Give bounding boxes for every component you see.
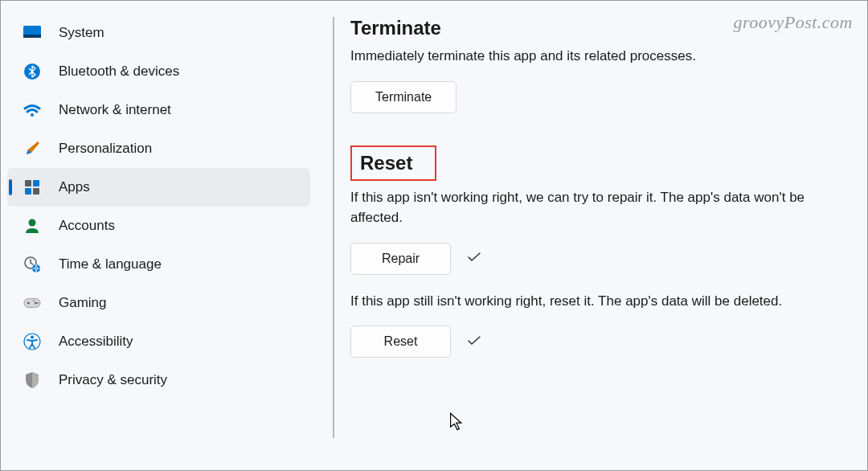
reset-heading-highlight: Reset	[350, 145, 436, 181]
sidebar-item-accessibility[interactable]: Accessibility	[7, 322, 310, 361]
reset-button[interactable]: Reset	[350, 326, 451, 358]
main-content: Terminate Immediately terminate this app…	[318, 1, 867, 470]
repair-description: If this app isn't working right, we can …	[350, 187, 843, 228]
shield-icon	[23, 371, 41, 389]
sidebar-item-personalization[interactable]: Personalization	[7, 129, 310, 168]
svg-rect-1	[23, 35, 41, 38]
sidebar-item-label: Bluetooth & devices	[59, 63, 179, 80]
sidebar-item-gaming[interactable]: Gaming	[7, 284, 310, 322]
repair-button[interactable]: Repair	[350, 243, 451, 275]
accessibility-icon	[23, 333, 41, 350]
sidebar-item-label: Gaming	[59, 295, 107, 311]
reset-heading: Reset	[360, 152, 412, 174]
sidebar-item-label: System	[59, 25, 104, 41]
sidebar-item-privacy[interactable]: Privacy & security	[7, 361, 310, 399]
sidebar-item-label: Network & internet	[59, 102, 171, 118]
sidebar-item-label: Personalization	[59, 141, 152, 157]
sidebar-item-network[interactable]: Network & internet	[7, 91, 310, 129]
terminate-button[interactable]: Terminate	[350, 81, 457, 113]
clock-globe-icon	[23, 256, 41, 273]
sidebar-item-label: Privacy & security	[59, 372, 167, 388]
sidebar-item-label: Accessibility	[59, 334, 133, 350]
person-icon	[23, 217, 41, 235]
sidebar-item-label: Accounts	[59, 218, 115, 234]
svg-point-13	[35, 302, 37, 305]
sidebar-item-time-language[interactable]: Time & language	[7, 245, 310, 284]
check-icon	[467, 250, 481, 267]
svg-point-8	[29, 219, 36, 227]
system-icon	[23, 24, 41, 42]
svg-rect-5	[33, 180, 39, 186]
sidebar-item-label: Apps	[59, 179, 90, 195]
watermark-text: groovyPost.com	[733, 12, 853, 33]
bluetooth-icon	[23, 63, 41, 80]
svg-point-15	[37, 302, 39, 304]
svg-point-12	[27, 302, 30, 305]
sidebar-item-system[interactable]: System	[7, 14, 310, 52]
svg-point-14	[33, 300, 35, 301]
svg-rect-7	[33, 188, 39, 195]
sidebar-item-accounts[interactable]: Accounts	[7, 207, 310, 245]
sidebar-item-bluetooth[interactable]: Bluetooth & devices	[7, 52, 310, 91]
settings-sidebar: System Bluetooth & devices Network & int…	[1, 1, 318, 470]
sidebar-item-label: Time & language	[59, 256, 162, 272]
svg-rect-4	[25, 180, 31, 186]
terminate-description: Immediately terminate this app and its r…	[350, 46, 843, 67]
vertical-divider	[333, 17, 334, 438]
check-icon	[467, 334, 481, 350]
svg-rect-6	[25, 188, 31, 195]
svg-point-3	[31, 113, 34, 117]
reset-description: If this app still isn't working right, r…	[350, 291, 843, 312]
gamepad-icon	[23, 294, 41, 312]
paintbrush-icon	[23, 140, 41, 158]
sidebar-item-apps[interactable]: Apps	[7, 168, 310, 207]
apps-icon	[23, 178, 41, 196]
wifi-icon	[23, 101, 41, 119]
svg-point-17	[31, 336, 34, 339]
